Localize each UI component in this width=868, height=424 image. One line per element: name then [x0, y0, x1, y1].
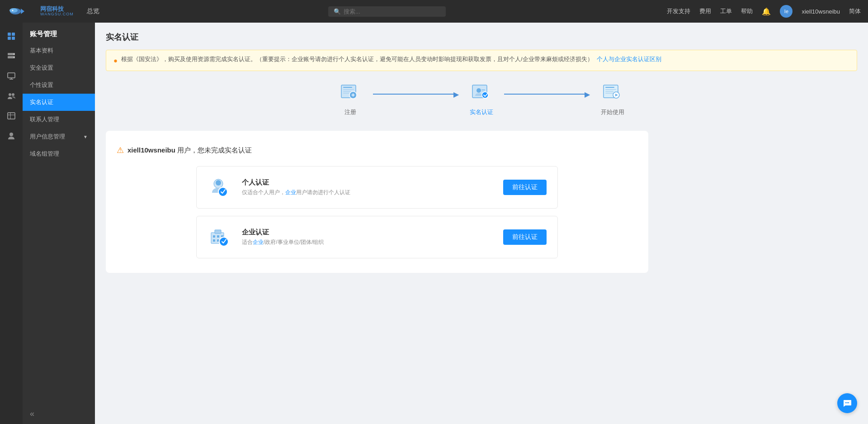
username-label[interactable]: xiell10wsneibu: [802, 8, 840, 15]
realname-svg-icon: [469, 82, 494, 104]
svg-point-43: [218, 187, 227, 196]
svg-point-30: [476, 88, 481, 93]
svg-rect-36: [605, 89, 616, 90]
text-sidebar: 账号管理 基本资料 安全设置 个性设置 实名认证 联系人管理 用户信息管理 ▼ …: [23, 23, 95, 424]
personal-auth-button[interactable]: 前往认证: [503, 180, 547, 195]
svg-rect-45: [215, 230, 221, 233]
sidebar-item-label: 安全设置: [30, 64, 53, 72]
top-nav: 网宿科技 WANGSU.COM 总览 🔍 开发支持 费用 工单 帮助 🔔 Ie …: [0, 0, 868, 23]
svg-rect-35: [605, 87, 614, 88]
nav-dev-support[interactable]: 开发支持: [667, 7, 690, 15]
card-alert-icon: ⚠: [117, 145, 124, 155]
svg-marker-2: [21, 9, 24, 14]
startuse-svg-icon: [600, 82, 625, 104]
enterprise-auth-enterprise-link[interactable]: 企业: [253, 239, 264, 245]
svg-rect-23: [343, 89, 354, 90]
warning-link[interactable]: 个人与企业实名认证区别: [597, 55, 661, 64]
main-layout: 账号管理 基本资料 安全设置 个性设置 实名认证 联系人管理 用户信息管理 ▼ …: [0, 23, 868, 424]
sidebar-item-label: 基本资料: [30, 47, 53, 55]
step-real-name-icon: [468, 82, 495, 105]
enterprise-auth-title: 企业认证: [242, 228, 496, 237]
logo-icon: [7, 5, 37, 18]
svg-rect-46: [213, 235, 215, 238]
sidebar-item-label: 域名组管理: [30, 150, 59, 158]
personal-auth-icon: [208, 176, 235, 199]
register-svg-icon: [338, 82, 363, 104]
svg-point-16: [12, 93, 14, 96]
auth-options: 个人认证 仅适合个人用户，企业用户请勿进行个人认证 前往认证: [196, 166, 558, 258]
card-alert-text: xiell10wsneibu 用户，您未完成实名认证: [127, 146, 252, 155]
sidebar-item-contacts[interactable]: 联系人管理: [23, 111, 95, 128]
sidebar-item-label: 用户信息管理: [30, 133, 65, 141]
svg-point-54: [847, 402, 848, 403]
svg-rect-47: [217, 235, 219, 238]
lang-switch[interactable]: 简体: [849, 7, 861, 15]
svg-rect-4: [8, 33, 11, 36]
sidebar-icon-grid[interactable]: [2, 27, 20, 45]
svg-point-53: [845, 402, 846, 403]
search-input[interactable]: [344, 8, 434, 15]
svg-point-42: [216, 180, 221, 186]
enterprise-auth-text: 企业认证 适合企业/政府/事业单位/团体/组织: [242, 228, 496, 246]
card-alert-username: xiell10wsneibu: [127, 146, 175, 154]
svg-point-33: [482, 92, 488, 98]
enterprise-auth-icon: [208, 225, 235, 249]
svg-point-55: [848, 402, 849, 403]
sidebar-icon-server[interactable]: [2, 47, 20, 65]
card-header: ⚠ xiell10wsneibu 用户，您未完成实名认证: [117, 145, 637, 155]
sidebar-item-user-info[interactable]: 用户信息管理 ▼: [23, 128, 95, 145]
sidebar-item-label: 实名认证: [30, 98, 53, 106]
sidebar-item-security[interactable]: 安全设置: [23, 59, 95, 76]
svg-point-15: [9, 93, 11, 96]
step-real-name: 实名认证: [454, 82, 509, 116]
logo-brand-cn: 网宿科技: [40, 6, 74, 12]
sidebar-icon-user[interactable]: [2, 127, 20, 145]
sidebar-icon-monitor[interactable]: [2, 67, 20, 85]
svg-rect-5: [12, 33, 15, 36]
enterprise-auth-desc: 适合企业/政府/事业单位/团体/组织: [242, 238, 496, 246]
sidebar-item-domain-group[interactable]: 域名组管理: [23, 145, 95, 162]
svg-point-11: [14, 57, 14, 58]
warning-icon: ●: [113, 55, 118, 66]
step-register-icon: [337, 82, 364, 105]
enterprise-auth-card: 企业认证 适合企业/政府/事业单位/团体/组织 前往认证: [196, 216, 558, 258]
sidebar-icon-table[interactable]: [2, 107, 20, 125]
nav-billing[interactable]: 费用: [699, 7, 711, 15]
sidebar-icon-group[interactable]: [2, 87, 20, 105]
nav-tickets[interactable]: 工单: [720, 7, 732, 15]
nav-help[interactable]: 帮助: [741, 7, 753, 15]
sidebar-collapse-button[interactable]: «: [23, 404, 95, 424]
svg-rect-37: [605, 91, 613, 92]
svg-rect-7: [12, 37, 15, 40]
sidebar-item-personalization[interactable]: 个性设置: [23, 76, 95, 94]
enterprise-auth-button[interactable]: 前往认证: [503, 229, 547, 245]
nav-right: 开发支持 费用 工单 帮助 🔔 Ie xiell10wsneibu 简体: [667, 5, 861, 18]
chat-float-button[interactable]: [837, 393, 857, 413]
svg-rect-12: [8, 73, 15, 78]
step-start-use: 开始使用: [585, 82, 640, 116]
svg-rect-31: [481, 90, 485, 91]
search-icon: 🔍: [334, 8, 341, 15]
avatar: Ie: [780, 5, 793, 18]
steps-container: 注册 ▶: [106, 82, 857, 116]
svg-rect-38: [605, 93, 614, 94]
sidebar-item-real-name[interactable]: 实名认证: [23, 94, 95, 111]
svg-rect-6: [8, 37, 11, 40]
nav-overview[interactable]: 总览: [80, 7, 107, 15]
card-alert-suffix: 用户，您未完成实名认证: [177, 146, 252, 154]
svg-point-3: [12, 10, 14, 11]
sidebar-section-title: 账号管理: [23, 23, 95, 42]
expand-arrow-icon: ▼: [83, 134, 88, 139]
warning-text: 根据《国安法》，购买及使用资源需完成实名认证。（重要提示：企业账号请勿进行个人实…: [121, 55, 593, 64]
step-start-use-icon: [599, 82, 626, 105]
step-start-use-label: 开始使用: [601, 108, 624, 116]
main-content: 实名认证 ● 根据《国安法》，购买及使用资源需完成实名认证。（重要提示：企业账号…: [95, 23, 868, 424]
logo-area: 网宿科技 WANGSU.COM: [7, 5, 80, 18]
svg-point-20: [9, 133, 13, 136]
svg-rect-49: [213, 239, 215, 242]
personal-auth-enterprise-link[interactable]: 企业: [285, 189, 296, 195]
page-title: 实名认证: [106, 32, 857, 43]
bell-icon[interactable]: 🔔: [762, 7, 771, 16]
svg-rect-24: [343, 91, 351, 92]
sidebar-item-basic-info[interactable]: 基本资料: [23, 42, 95, 59]
